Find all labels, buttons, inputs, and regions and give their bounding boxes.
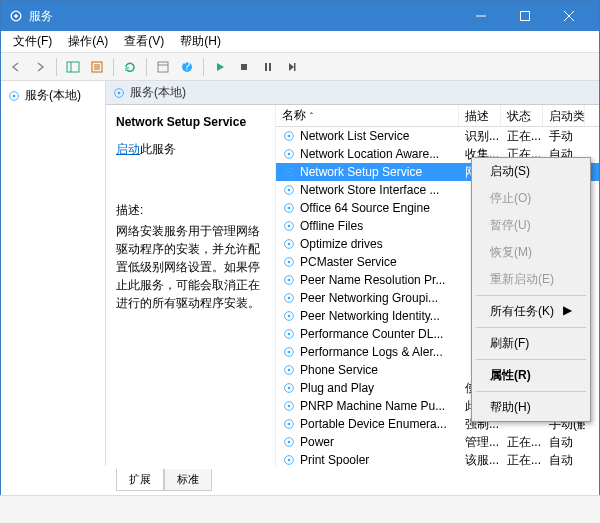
start-service-link[interactable]: 启动 — [116, 141, 140, 158]
service-row[interactable]: Network List Service识别...正在...手动 — [276, 127, 599, 145]
svg-point-38 — [288, 279, 291, 282]
column-status[interactable]: 状态 — [501, 105, 543, 126]
menu-action[interactable]: 操作(A) — [60, 31, 116, 52]
pause-service-button[interactable] — [257, 56, 279, 78]
properties-button[interactable] — [152, 56, 174, 78]
context-menu-item[interactable]: 属性(R) — [472, 362, 590, 389]
description-label: 描述: — [116, 202, 265, 219]
svg-point-34 — [288, 243, 291, 246]
selected-service-name: Network Setup Service — [116, 115, 265, 129]
forward-button[interactable] — [29, 56, 51, 78]
svg-point-18 — [13, 94, 16, 97]
svg-point-20 — [118, 91, 121, 94]
show-hide-button[interactable] — [62, 56, 84, 78]
tab-standard[interactable]: 标准 — [164, 469, 212, 491]
context-menu-item: 重新启动(E) — [472, 266, 590, 293]
svg-rect-3 — [521, 12, 530, 21]
context-menu: 启动(S)停止(O)暂停(U)恢复(M)重新启动(E)所有任务(K)▶刷新(F)… — [471, 157, 591, 422]
svg-rect-9 — [158, 62, 168, 72]
sidebar-item-label: 服务(本地) — [25, 87, 81, 104]
tab-extended[interactable]: 扩展 — [116, 469, 164, 491]
svg-point-30 — [288, 207, 291, 210]
service-row[interactable]: Print Spooler该服...正在...自动 — [276, 451, 599, 466]
svg-text:?: ? — [184, 60, 191, 73]
context-menu-item[interactable]: 启动(S) — [472, 158, 590, 185]
svg-point-50 — [288, 387, 291, 390]
svg-point-48 — [288, 369, 291, 372]
toolbar: ? — [1, 53, 599, 81]
maximize-button[interactable] — [503, 1, 547, 31]
main-header: 服务(本地) — [106, 81, 599, 105]
column-name[interactable]: 名称 ˆ — [276, 105, 459, 126]
restart-service-button[interactable] — [281, 56, 303, 78]
refresh-button[interactable] — [119, 56, 141, 78]
svg-point-44 — [288, 333, 291, 336]
export-button[interactable] — [86, 56, 108, 78]
context-menu-item[interactable]: 帮助(H) — [472, 394, 590, 421]
sidebar-item-services-local[interactable]: 服务(本地) — [5, 85, 101, 106]
svg-point-24 — [288, 153, 291, 156]
svg-point-36 — [288, 261, 291, 264]
menu-help[interactable]: 帮助(H) — [172, 31, 229, 52]
help-button[interactable]: ? — [176, 56, 198, 78]
app-icon — [9, 9, 23, 23]
status-bar — [0, 495, 600, 523]
services-list: 名称 ˆ 描述 状态 启动类 Network List Service识别...… — [276, 105, 599, 466]
service-row[interactable]: Power管理...正在...自动 — [276, 433, 599, 451]
svg-rect-14 — [265, 63, 267, 71]
svg-rect-13 — [241, 64, 247, 70]
list-header: 名称 ˆ 描述 状态 启动类 — [276, 105, 599, 127]
svg-rect-6 — [67, 62, 79, 72]
back-button[interactable] — [5, 56, 27, 78]
start-service-button[interactable] — [209, 56, 231, 78]
svg-point-58 — [288, 459, 291, 462]
column-startup[interactable]: 启动类 — [543, 105, 585, 126]
svg-point-26 — [288, 171, 291, 174]
context-menu-item: 暂停(U) — [472, 212, 590, 239]
stop-service-button[interactable] — [233, 56, 255, 78]
svg-point-54 — [288, 423, 291, 426]
minimize-button[interactable] — [459, 1, 503, 31]
menu-file[interactable]: 文件(F) — [5, 31, 60, 52]
column-desc[interactable]: 描述 — [459, 105, 501, 126]
sidebar: 服务(本地) — [1, 81, 106, 466]
svg-point-32 — [288, 225, 291, 228]
context-menu-item[interactable]: 所有任务(K)▶ — [472, 298, 590, 325]
menu-view[interactable]: 查看(V) — [116, 31, 172, 52]
svg-point-46 — [288, 351, 291, 354]
description-text: 网络安装服务用于管理网络驱动程序的安装，并允许配置低级别网络设置。如果停止此服务… — [116, 222, 265, 312]
view-tabs: 扩展 标准 — [116, 469, 212, 491]
menu-bar: 文件(F) 操作(A) 查看(V) 帮助(H) — [1, 31, 599, 53]
svg-point-40 — [288, 297, 291, 300]
context-menu-item: 恢复(M) — [472, 239, 590, 266]
svg-point-56 — [288, 441, 291, 444]
title-bar: 服务 — [1, 1, 599, 31]
detail-pane: Network Setup Service 启动此服务 描述: 网络安装服务用于… — [106, 105, 276, 466]
window-title: 服务 — [29, 8, 459, 25]
svg-point-42 — [288, 315, 291, 318]
svg-point-22 — [288, 135, 291, 138]
svg-rect-15 — [269, 63, 271, 71]
svg-point-1 — [14, 14, 18, 18]
close-button[interactable] — [547, 1, 591, 31]
main-panel: 服务(本地) Network Setup Service 启动此服务 描述: 网… — [106, 81, 599, 466]
svg-point-52 — [288, 405, 291, 408]
svg-rect-16 — [294, 63, 296, 71]
context-menu-item: 停止(O) — [472, 185, 590, 212]
svg-point-28 — [288, 189, 291, 192]
context-menu-item[interactable]: 刷新(F) — [472, 330, 590, 357]
